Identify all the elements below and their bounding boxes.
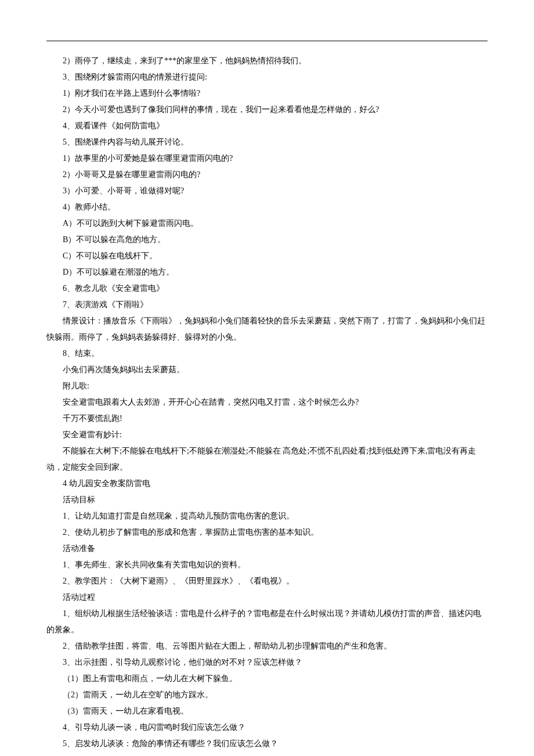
body-line: 千万不要慌乱跑! [46,411,488,427]
body-line: 1、组织幼儿根据生活经验谈话：雷电是什么样子的？雷电都是在什么时候出现？并请幼儿… [46,606,488,638]
body-line: 3、出示挂图，引导幼儿观察讨论，他们做的对不对？应该怎样做？ [46,654,488,671]
body-line: 2）今天小可爱也遇到了像我们同样的事情，现在，我们一起来看看他是怎样做的，好么? [46,102,488,118]
body-line: 小兔们再次随兔妈妈出去采蘑菇。 [46,362,488,378]
body-line: A）不可以跑到大树下躲避雷雨闪电。 [46,215,488,232]
body-line: 4、引导幼儿谈一谈，电闪雷鸣时我们应该怎么做？ [46,719,488,736]
body-line: （2）雷雨天，一幼儿在空旷的地方踩水。 [46,687,488,703]
body-line: 5、启发幼儿谈谈：危险的事情还有哪些？我们应该怎么做？ [46,736,488,752]
body-line: 活动目标 [46,492,488,508]
body-line: （3）雷雨天，一幼儿在家看电视。 [46,703,488,719]
body-line: 附儿歌: [46,378,488,394]
body-line: 2、教学图片：《大树下避雨》、《田野里踩水》、《看电视》。 [46,573,488,589]
body-line: 3、围绕刚才躲雷雨闪电的情景进行提问: [46,69,488,85]
body-line: 4、观看课件《如何防雷电》 [46,118,488,134]
body-line: 7、表演游戏《下雨啦》 [46,297,488,313]
body-line: C）不可以躲在电线杆下。 [46,248,488,264]
body-line: 3）小可爱、小哥哥，谁做得对呢? [46,183,488,199]
body-line: 2、借助教学挂图，将雷、电、云等图片贴在大图上，帮助幼儿初步理解雷电的产生和危害… [46,638,488,654]
header-rule [46,41,488,41]
body-line: 不能躲在大树下;不能躲在电线杆下;不能躲在潮湿处;不能躲在 高危处;不慌不乱四处… [46,443,488,476]
body-line: D）不可以躲避在潮湿的地方。 [46,264,488,280]
body-line: 8、结束。 [46,345,488,362]
body-line: 2）小哥哥又是躲在哪里避雷雨闪电的? [46,167,488,183]
body-line: 情景设计：播放音乐《下雨啦》，兔妈妈和小兔们随着轻快的音乐去采蘑菇，突然下雨了，… [46,313,488,345]
body-line: 活动过程 [46,589,488,606]
document-page: 2）雨停了，继续走，来到了***的家里坐下，他妈妈热情招待我们。 3、围绕刚才躲… [0,0,534,756]
body-line: B）不可以躲在高危的地方。 [46,232,488,248]
body-line: 安全避雷有妙计: [46,427,488,443]
body-line: （1）图上有雷电和雨点，一幼儿在大树下躲鱼。 [46,671,488,687]
body-line: 4）教师小结。 [46,199,488,215]
body-line: 4 幼儿园安全教案防雷电 [46,476,488,492]
body-line: 1、让幼儿知道打雷是自然现象，提高幼儿预防雷电伤害的意识。 [46,508,488,524]
body-line: 5、围绕课件内容与幼儿展开讨论。 [46,134,488,150]
body-line: 2）雨停了，继续走，来到了***的家里坐下，他妈妈热情招待我们。 [46,53,488,69]
body-line: 2、使幼儿初步了解雷电的形成和危害，掌握防止雷电伤害的基本知识。 [46,524,488,541]
body-line: 活动准备 [46,541,488,557]
body-line: 1）刚才我们在半路上遇到什么事情啦? [46,85,488,102]
body-line: 安全避雷电跟着大人去郊游，开开心心在踏青，突然闪电又打雷，这个时候怎么办? [46,394,488,411]
body-line: 6、教念儿歌《安全避雷电》 [46,280,488,297]
body-line: 1）故事里的小可爱她是躲在哪里避雷雨闪电的? [46,150,488,167]
body-line: 1、事先师生、家长共同收集有关雷电知识的资料。 [46,557,488,573]
